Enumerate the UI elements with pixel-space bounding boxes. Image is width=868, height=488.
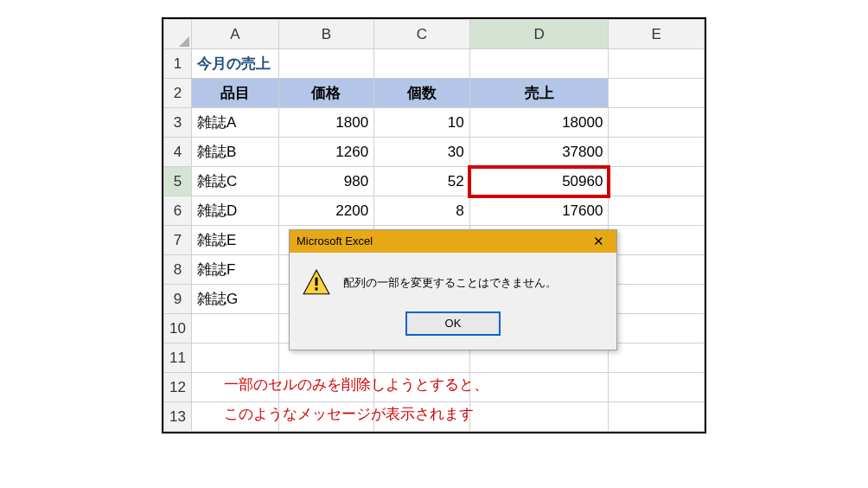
select-all-corner[interactable] [164, 20, 192, 49]
cell-A1-title[interactable]: 今月の売上 [192, 49, 278, 79]
cell-item[interactable]: 雑誌G [192, 285, 278, 314]
cell-price[interactable]: 1800 [278, 108, 374, 138]
cell[interactable] [469, 49, 609, 79]
row-header-8[interactable]: 8 [164, 255, 192, 285]
cell[interactable] [609, 255, 705, 285]
cell[interactable] [609, 402, 705, 432]
header-price[interactable]: 価格 [278, 79, 374, 108]
excel-window: A B C D E 1 今月の売上 2 品目 価格 個数 売上 3雑誌A1800… [162, 17, 706, 433]
row-header-9[interactable]: 9 [164, 285, 192, 314]
cell-price[interactable]: 980 [278, 167, 374, 196]
svg-rect-1 [316, 277, 318, 286]
header-qty[interactable]: 個数 [374, 79, 470, 108]
cell-sales[interactable]: 50960 [469, 167, 609, 196]
cell[interactable] [374, 49, 470, 79]
cell[interactable] [278, 49, 374, 79]
header-sales[interactable]: 売上 [469, 79, 609, 108]
cell[interactable] [192, 314, 278, 344]
ok-button[interactable]: OK [405, 311, 501, 336]
row-header-3[interactable]: 3 [164, 108, 192, 138]
col-header-A[interactable]: A [192, 20, 278, 49]
cell-item[interactable]: 雑誌D [192, 196, 278, 226]
row-header-5[interactable]: 5 [164, 167, 192, 196]
dialog-message: 配列の一部を変更することはできません。 [343, 275, 557, 291]
cell-qty[interactable]: 30 [374, 138, 470, 167]
error-dialog: Microsoft Excel ✕ 配列の一部を変更することはできません。 OK [289, 229, 617, 350]
row-header-12[interactable]: 12 [164, 373, 192, 402]
cell-qty[interactable]: 52 [374, 167, 470, 196]
cell[interactable] [609, 79, 705, 108]
annotation-text-line1: 一部のセルのみを削除しようとすると、 [215, 371, 497, 398]
row-header-13[interactable]: 13 [164, 402, 192, 432]
cell-item[interactable]: 雑誌B [192, 138, 278, 167]
svg-rect-2 [316, 287, 318, 290]
cell[interactable] [609, 285, 705, 314]
cell-item[interactable]: 雑誌A [192, 108, 278, 138]
cell[interactable] [609, 344, 705, 373]
col-header-C[interactable]: C [374, 20, 470, 49]
cell[interactable] [609, 138, 705, 167]
dialog-titlebar[interactable]: Microsoft Excel ✕ [290, 230, 616, 253]
col-header-E[interactable]: E [609, 20, 705, 49]
cell-item[interactable]: 雑誌C [192, 167, 278, 196]
cell-qty[interactable]: 8 [374, 196, 470, 226]
col-header-B[interactable]: B [278, 20, 374, 49]
row-header-10[interactable]: 10 [164, 314, 192, 344]
header-item[interactable]: 品目 [192, 79, 278, 108]
row-header-4[interactable]: 4 [164, 138, 192, 167]
col-header-D[interactable]: D [469, 20, 609, 49]
column-header-row: A B C D E [164, 20, 705, 49]
cell[interactable] [609, 196, 705, 226]
cell-price[interactable]: 1260 [278, 138, 374, 167]
spreadsheet-grid[interactable]: A B C D E 1 今月の売上 2 品目 価格 個数 売上 3雑誌A1800… [163, 19, 705, 432]
cell[interactable] [192, 344, 278, 373]
close-icon[interactable]: ✕ [588, 234, 610, 249]
cell[interactable] [469, 402, 609, 432]
cell[interactable] [609, 167, 705, 196]
row-header-2[interactable]: 2 [164, 79, 192, 108]
cell[interactable] [609, 49, 705, 79]
row-header-7[interactable]: 7 [164, 226, 192, 255]
cell-sales[interactable]: 37800 [469, 138, 609, 167]
row-header-11[interactable]: 11 [164, 344, 192, 373]
row-header-6[interactable]: 6 [164, 196, 192, 226]
dialog-title: Microsoft Excel [297, 234, 373, 247]
cell-price[interactable]: 2200 [278, 196, 374, 226]
annotation-text-line2: このようなメッセージが表示されます [215, 401, 482, 427]
cell[interactable] [609, 226, 705, 255]
cell[interactable] [609, 314, 705, 344]
cell[interactable] [609, 108, 705, 138]
cell-sales[interactable]: 18000 [469, 108, 609, 138]
cell-item[interactable]: 雑誌E [192, 226, 278, 255]
cell-item[interactable]: 雑誌F [192, 255, 278, 285]
cell-sales[interactable]: 17600 [469, 196, 609, 226]
cell[interactable] [609, 373, 705, 402]
row-header-1[interactable]: 1 [164, 49, 192, 79]
cell-qty[interactable]: 10 [374, 108, 470, 138]
warning-icon [302, 268, 331, 298]
